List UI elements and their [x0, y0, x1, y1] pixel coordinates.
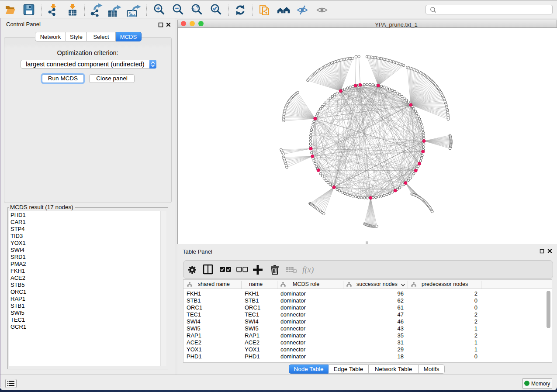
svg-text:f(x): f(x) — [302, 265, 314, 275]
